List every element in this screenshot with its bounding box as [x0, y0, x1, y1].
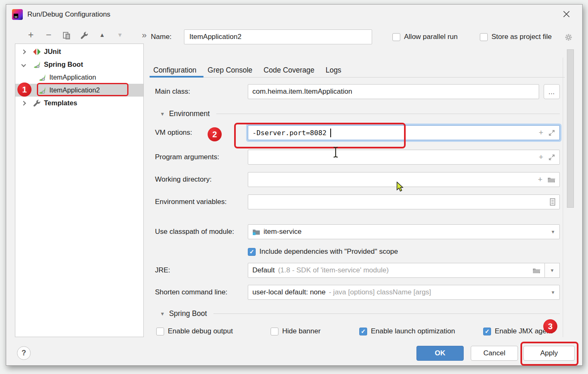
shorten-command-line-hint: - java [options] className [args]	[329, 288, 431, 296]
copy-configuration-button[interactable]	[58, 28, 75, 42]
shorten-command-line-label: Shorten command line:	[150, 288, 248, 296]
move-up-button[interactable]: ▲	[93, 28, 111, 42]
enable-jmx-agent-checkbox[interactable]: ✓ Enable JMX agent	[483, 324, 552, 337]
tab-grep-console[interactable]: Grep Console	[208, 66, 252, 75]
checkbox-box: ✓	[483, 328, 491, 335]
add-macro-icon[interactable]: +	[538, 175, 542, 184]
tree-item-spring-boot[interactable]: Spring Boot	[15, 58, 143, 71]
spring-boot-section-header[interactable]: ▼ Spring Boot	[160, 309, 560, 318]
environment-section-header[interactable]: ▼ Environment	[160, 109, 560, 118]
main-class-field[interactable]: com.heima.item.ItemApplication	[248, 84, 539, 99]
chevron-down-icon[interactable]: ▼	[551, 229, 555, 234]
tree-item-itemapplication[interactable]: ItemApplication	[15, 71, 143, 84]
checkbox-label: Include dependencies with "Provided" sco…	[259, 248, 398, 256]
name-row: Name:	[151, 29, 372, 44]
tab-bar: Configuration Grep Console Code Coverage…	[153, 63, 341, 77]
chevron-down-icon: ▼	[550, 268, 554, 273]
vertical-scrollbar-thumb[interactable]	[567, 49, 574, 208]
name-input[interactable]	[184, 29, 372, 44]
list-browse-icon[interactable]	[550, 198, 555, 206]
checkbox-box: ✓	[359, 328, 367, 335]
use-classpath-dropdown[interactable]: item-service ▼	[248, 224, 560, 239]
include-provided-row: ✓ Include dependencies with "Provided" s…	[150, 247, 560, 257]
tree-item-label: Templates	[44, 99, 77, 107]
checkbox-label: Allow parallel run	[404, 33, 457, 41]
more-actions-button[interactable]: »	[139, 28, 150, 42]
expand-chevron-icon[interactable]	[20, 100, 27, 107]
help-button[interactable]: ?	[17, 346, 31, 360]
checkbox-box: ✓	[248, 248, 256, 256]
section-title: Environment	[169, 109, 210, 118]
use-classpath-row: Use classpath of module: item-service ▼	[150, 224, 560, 239]
add-macro-icon[interactable]: +	[539, 128, 543, 137]
text-caret	[330, 129, 331, 137]
folder-icon[interactable]	[547, 176, 555, 183]
collapse-chevron-icon[interactable]	[20, 61, 27, 68]
store-settings-gear-button[interactable]	[564, 33, 573, 44]
hide-banner-checkbox[interactable]: ✓ Hide banner	[271, 324, 321, 337]
annotation-step-3: 3	[543, 319, 557, 333]
vm-options-field[interactable]: -Dserver.port=8082 +	[248, 125, 560, 140]
tree-item-templates[interactable]: Templates	[15, 97, 143, 109]
move-down-button[interactable]: ▼	[111, 28, 129, 42]
tab-code-coverage[interactable]: Code Coverage	[264, 66, 315, 75]
chevron-down-icon[interactable]: ▼	[551, 290, 555, 295]
add-macro-icon[interactable]: +	[539, 153, 543, 162]
close-button[interactable]	[560, 7, 573, 21]
browse-main-class-button[interactable]: ...	[544, 84, 560, 99]
wrench-icon	[33, 99, 41, 107]
configurations-tree: JUnit Spring Boot ItemApplication	[15, 44, 144, 337]
jre-dropdown-button[interactable]: ▼	[545, 263, 560, 278]
section-divider	[216, 114, 560, 114]
add-configuration-button[interactable]: +	[22, 28, 40, 42]
shorten-command-line-dropdown[interactable]: user-local default: none - java [options…	[248, 285, 560, 300]
annotation-step-2: 2	[208, 127, 222, 141]
enable-debug-output-checkbox[interactable]: ✓ Enable debug output	[156, 324, 233, 337]
checkmark-icon: ✓	[361, 328, 366, 335]
checkmark-icon: ✓	[249, 248, 254, 255]
ok-button[interactable]: OK	[416, 346, 464, 361]
checkmark-icon: ✓	[485, 328, 490, 335]
spring-boot-icon	[33, 61, 41, 69]
section-divider	[213, 313, 560, 314]
checkbox-label: Store as project file	[491, 33, 552, 41]
jre-field[interactable]: Default (1.8 - SDK of 'item-service' mod…	[248, 263, 545, 278]
configuration-form: Main class: com.heima.item.ItemApplicati…	[150, 78, 565, 337]
tab-logs[interactable]: Logs	[326, 66, 341, 75]
edit-templates-button[interactable]	[75, 28, 93, 42]
main-class-label: Main class:	[150, 87, 248, 96]
working-directory-row: Working directory: +	[150, 172, 560, 187]
program-arguments-field[interactable]: +	[248, 150, 560, 165]
junit-icon	[33, 48, 41, 56]
remove-configuration-button[interactable]: −	[40, 28, 58, 42]
working-directory-field[interactable]: +	[248, 172, 560, 187]
expand-field-icon[interactable]	[548, 129, 555, 136]
main-class-row: Main class: com.heima.item.ItemApplicati…	[150, 84, 560, 99]
tab-configuration[interactable]: Configuration	[153, 66, 196, 75]
name-label: Name:	[151, 33, 178, 41]
scroll-area-divider	[563, 58, 563, 337]
folder-icon[interactable]	[532, 267, 540, 274]
tree-item-itemapplication2-selected[interactable]: ItemApplication2	[15, 84, 143, 97]
titlebar: Run/Debug Configurations	[6, 5, 582, 24]
apply-button[interactable]: Apply	[523, 346, 575, 361]
run-debug-configurations-dialog: Run/Debug Configurations + − ▲ ▼ »	[6, 4, 583, 366]
tree-item-label: Spring Boot	[44, 61, 83, 68]
spring-boot-icon	[38, 86, 46, 95]
dialog-title: Run/Debug Configurations	[27, 10, 110, 19]
cancel-button[interactable]: Cancel	[471, 346, 518, 361]
enable-launch-optimization-checkbox[interactable]: ✓ Enable launch optimization	[359, 324, 455, 337]
store-as-project-file-checkbox[interactable]: ✓ Store as project file	[480, 29, 552, 44]
tree-item-junit[interactable]: JUnit	[15, 45, 143, 58]
annotation-step-1: 1	[17, 83, 31, 97]
program-arguments-row: Program arguments: +	[150, 150, 560, 165]
allow-parallel-run-checkbox[interactable]: ✓ Allow parallel run	[392, 29, 457, 44]
expand-chevron-icon[interactable]	[20, 49, 27, 55]
tab-divider	[150, 77, 565, 78]
shorten-command-line-row: Shorten command line: user-local default…	[150, 285, 560, 300]
environment-variables-row: Environment variables:	[150, 194, 560, 209]
include-provided-checkbox[interactable]: ✓ Include dependencies with "Provided" s…	[248, 248, 398, 256]
expand-field-icon[interactable]	[548, 154, 555, 161]
intellij-logo-icon	[12, 9, 23, 20]
environment-variables-field[interactable]	[248, 194, 560, 209]
